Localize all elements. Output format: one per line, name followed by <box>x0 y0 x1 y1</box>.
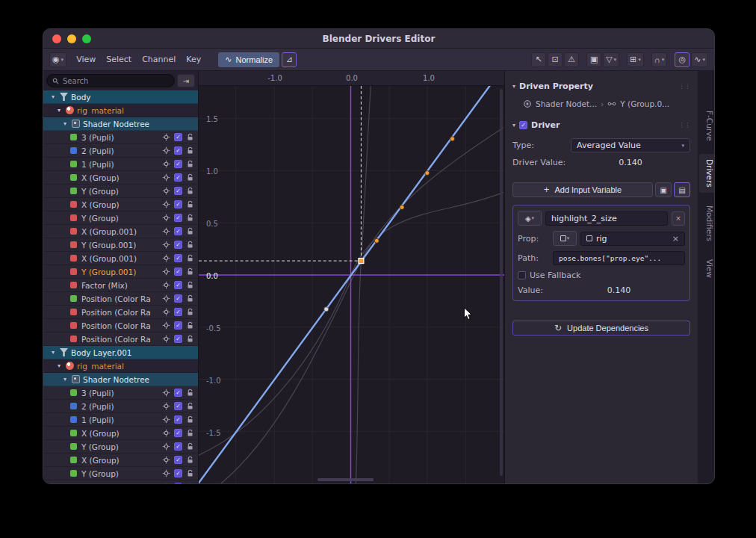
lock-open-icon[interactable] <box>186 442 194 451</box>
remove-variable-button[interactable]: × <box>672 211 685 226</box>
tab-view[interactable]: View <box>699 254 714 283</box>
driver-panel-header[interactable]: ▾ ✓ Driver ⋮⋮ <box>512 117 690 132</box>
menu-view[interactable]: View <box>71 55 101 64</box>
lock-open-icon[interactable] <box>186 294 194 303</box>
channel-enable-checkbox[interactable]: ✓ <box>174 402 182 410</box>
driven-property-header[interactable]: ▾ Driven Property ⋮⋮ <box>512 78 690 93</box>
panel-grip-icon[interactable]: ⋮⋮ <box>678 121 690 129</box>
channel-row[interactable]: Position (Color Ra✓ <box>43 333 198 346</box>
minimize-button[interactable] <box>67 34 76 43</box>
channel-enable-checkbox[interactable]: ✓ <box>174 146 182 155</box>
tweak-tool-button[interactable]: ↖ <box>531 52 546 67</box>
channel-enable-checkbox[interactable]: ✓ <box>174 469 182 477</box>
channel-enable-checkbox[interactable]: ✓ <box>174 187 182 195</box>
channel-row[interactable]: Y (Group)✓ <box>43 211 198 225</box>
filter-expand-button[interactable]: ⇥ <box>177 74 195 87</box>
modifier-icon[interactable] <box>162 241 170 249</box>
lock-open-icon[interactable] <box>186 173 194 182</box>
channel-row[interactable]: X (Group.001)✓ <box>43 252 198 265</box>
prop-id-type-dropdown[interactable]: ▾ <box>553 231 577 246</box>
channel-row[interactable]: X (Group)✓ <box>43 171 198 185</box>
lock-open-icon[interactable] <box>186 241 194 249</box>
channel-row[interactable]: ▾rig_material <box>43 104 198 117</box>
lock-open-icon[interactable] <box>186 308 194 316</box>
lock-open-icon[interactable] <box>186 469 194 477</box>
lock-open-icon[interactable] <box>186 483 194 483</box>
modifier-icon[interactable] <box>162 483 170 483</box>
tab-modifiers[interactable]: Modifiers <box>699 200 714 247</box>
channel-row[interactable]: ▾rig_material <box>43 359 198 373</box>
clear-prop-icon[interactable]: × <box>672 234 679 244</box>
channel-row[interactable]: Position (Color Ra✓ <box>43 306 198 319</box>
lock-open-icon[interactable] <box>186 429 194 437</box>
channel-enable-checkbox[interactable]: ✓ <box>174 321 182 330</box>
panel-grip-icon[interactable]: ⋮⋮ <box>678 82 690 90</box>
channel-row[interactable]: X (Group.001)✓ <box>43 225 198 238</box>
modifier-icon[interactable] <box>162 268 170 276</box>
modifier-icon[interactable] <box>162 133 170 141</box>
modifier-icon[interactable] <box>162 214 170 222</box>
channel-enable-checkbox[interactable]: ✓ <box>174 214 182 222</box>
modifier-icon[interactable] <box>162 456 170 464</box>
channel-row[interactable]: Position (Color Ra✓ <box>43 292 198 306</box>
channel-row[interactable]: Y (Group.001)✓ <box>43 238 198 252</box>
copy-curves-button[interactable]: ▣ <box>586 52 601 67</box>
prop-object-field[interactable]: rig × <box>580 232 685 246</box>
modifier-icon[interactable] <box>162 389 170 397</box>
lock-open-icon[interactable] <box>186 254 194 262</box>
channel-enable-checkbox[interactable]: ✓ <box>174 227 182 235</box>
modifier-icon[interactable] <box>162 415 170 424</box>
lock-open-icon[interactable] <box>186 133 194 141</box>
channel-row[interactable]: Y (Group)✓ <box>43 467 198 480</box>
channel-enable-checkbox[interactable]: ✓ <box>174 294 182 303</box>
expand-arrow-icon[interactable]: ▾ <box>55 107 63 114</box>
normalize-options-button[interactable]: ⊿ <box>282 52 297 67</box>
proportional-edit-button[interactable]: ◎ <box>675 52 690 67</box>
modifier-icon[interactable] <box>162 187 170 195</box>
expand-arrow-icon[interactable]: ▾ <box>49 93 57 100</box>
channel-row[interactable]: 3 (Pupli)✓ <box>43 131 198 144</box>
lock-open-icon[interactable] <box>186 456 194 464</box>
channel-row[interactable]: ▾Body <box>43 90 198 104</box>
copy-variables-button[interactable]: ▣ <box>655 182 672 197</box>
warning-button[interactable]: ⚠ <box>564 52 579 67</box>
tab-drivers[interactable]: Drivers <box>699 154 714 193</box>
channel-row[interactable]: ▾Body Layer.001 <box>43 346 198 359</box>
channel-enable-checkbox[interactable]: ✓ <box>174 415 182 424</box>
modifier-icon[interactable] <box>162 146 170 155</box>
channel-row[interactable]: X (Group.001)✓ <box>43 480 198 483</box>
variable-name-field[interactable]: highlight_2_size <box>545 211 668 226</box>
channel-row[interactable]: X (Group)✓ <box>43 427 198 440</box>
falloff-button[interactable]: ∿▾ <box>691 52 708 67</box>
lock-open-icon[interactable] <box>186 187 194 195</box>
tab-fcurve[interactable]: F-Curve <box>699 105 714 146</box>
channel-enable-checkbox[interactable]: ✓ <box>174 483 182 483</box>
modifier-icon[interactable] <box>162 294 170 303</box>
modifier-icon[interactable] <box>162 402 170 410</box>
lock-open-icon[interactable] <box>186 146 194 155</box>
modifier-icon[interactable] <box>162 173 170 182</box>
channel-enable-checkbox[interactable]: ✓ <box>174 133 182 141</box>
modifier-icon[interactable] <box>162 429 170 437</box>
add-input-variable-button[interactable]: + Add Input Variable <box>512 182 653 197</box>
update-dependencies-button[interactable]: ↻ Update Dependencies <box>512 321 690 336</box>
channel-enable-checkbox[interactable]: ✓ <box>174 456 182 464</box>
channel-row[interactable]: Position (Color Ra✓ <box>43 319 198 333</box>
channel-row[interactable]: Y (Group)✓ <box>43 185 198 198</box>
channel-row[interactable]: 1 (Pupli)✓ <box>43 413 198 427</box>
expand-arrow-icon[interactable]: ▾ <box>61 120 69 127</box>
paste-variables-button[interactable]: ▤ <box>674 182 690 197</box>
channel-row[interactable]: Factor (Mix)✓ <box>43 279 198 292</box>
channel-row[interactable]: Y (Group)✓ <box>43 440 198 454</box>
prop-path-field[interactable]: pose.bones["prop.eye"... <box>553 251 685 265</box>
editor-type-dropdown[interactable]: ◉ ▾ <box>49 52 66 67</box>
modifier-icon[interactable] <box>162 160 170 168</box>
menu-key[interactable]: Key <box>181 55 206 64</box>
modifier-icon[interactable] <box>162 308 170 316</box>
transform-button[interactable]: ⊞▾ <box>627 52 644 67</box>
channel-enable-checkbox[interactable]: ✓ <box>174 429 182 437</box>
expand-arrow-icon[interactable]: ▾ <box>61 376 69 383</box>
lock-open-icon[interactable] <box>186 402 194 410</box>
time-ruler[interactable]: -1.00.01.0 <box>199 71 504 86</box>
lock-open-icon[interactable] <box>186 268 194 276</box>
